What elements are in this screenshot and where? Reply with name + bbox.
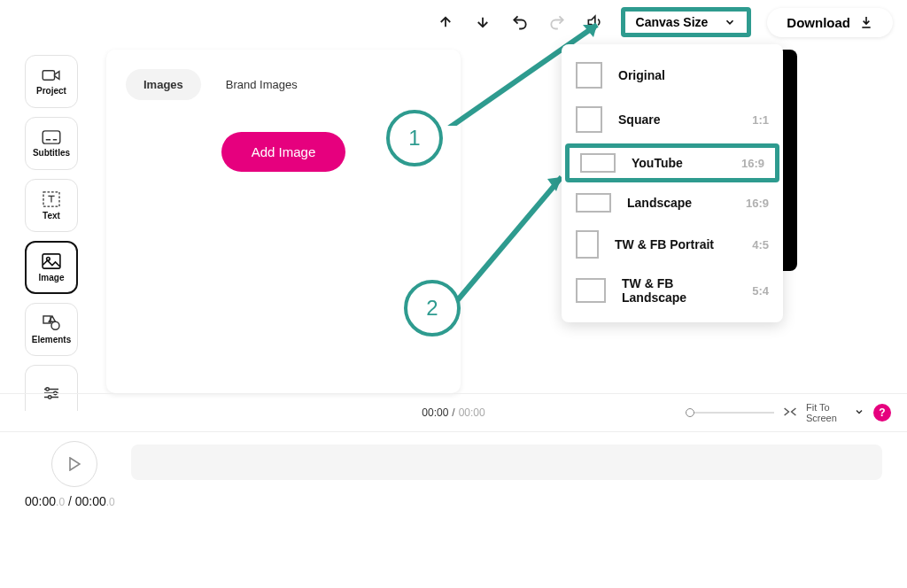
nav-label: Elements [32,335,71,344]
tab-images[interactable]: Images [126,69,201,100]
size-name: YouTube [632,156,725,170]
nav-label: Subtitles [33,148,70,158]
size-name: TW & FB Landscape [622,276,736,305]
timeline-time: 00:00.0 / 00:00.0 [25,494,115,508]
nav-project[interactable]: Project [25,55,78,108]
add-image-button[interactable]: Add Image [221,132,346,172]
size-ratio: 5:4 [752,284,769,298]
time-total: 00:00 [459,406,485,419]
time-current: 00:00 [422,406,448,419]
svg-rect-0 [43,70,54,80]
annotation-badge-2: 2 [404,280,461,337]
zoom-thumb[interactable] [686,408,694,417]
play-icon [68,457,81,471]
annotation-arrow-2 [450,170,574,312]
ratio-swatch-icon [580,153,616,173]
canvas-size-button[interactable]: Canvas Size [621,7,752,37]
ratio-swatch-icon [576,230,599,259]
text-icon [43,191,60,207]
svg-point-7 [46,387,50,391]
size-option-tw-fb-portrait[interactable]: TW & FB Portrait 4:5 [562,221,783,267]
annotation-badge-1: 1 [386,110,443,166]
size-option-tw-fb-landscape[interactable]: TW & FB Landscape 5:4 [562,267,783,313]
size-ratio: 16:9 [741,157,764,170]
zoom-slider[interactable] [686,412,774,414]
svg-rect-1 [43,130,60,143]
play-button[interactable] [51,441,97,487]
canvas-size-label: Canvas Size [636,15,709,29]
ratio-swatch-icon [576,193,611,213]
arrow-up-icon[interactable] [435,12,456,33]
download-button[interactable]: Download [767,8,893,37]
size-option-youtube[interactable]: YouTube 16:9 [565,143,779,182]
nav-image[interactable]: Image [25,241,78,294]
size-name: Original [618,68,753,82]
size-option-original[interactable]: Original [562,53,783,97]
svg-point-6 [51,321,59,329]
undo-icon[interactable] [509,12,531,33]
nav-label: Text [43,211,60,220]
download-label: Download [787,15,850,30]
image-icon [42,253,61,269]
download-icon [859,15,873,29]
size-ratio: 4:5 [752,238,769,251]
size-option-landscape[interactable]: Landscape 16:9 [562,184,783,221]
nav-text[interactable]: Text [25,179,78,232]
help-button[interactable]: ? [873,404,891,422]
time-sep: / [452,406,454,419]
nav-label: Project [36,86,66,96]
nav-label: Image [39,273,65,282]
ratio-swatch-icon [576,62,602,89]
svg-marker-11 [547,177,562,191]
nav-subtitles[interactable]: Subtitles [25,117,78,170]
collapse-icon[interactable] [783,406,797,420]
size-name: Landscape [627,196,730,210]
size-ratio: 1:1 [752,113,769,127]
subtitles-icon [42,130,61,144]
svg-rect-3 [43,253,60,267]
camera-icon [42,68,61,82]
canvas-size-dropdown: Original Square 1:1 YouTube 16:9 Landsca… [562,44,783,322]
ratio-swatch-icon [576,278,606,303]
tab-brand-images[interactable]: Brand Images [208,69,315,100]
shapes-icon [43,315,60,331]
ratio-swatch-icon [576,106,602,133]
timeline-track[interactable] [131,445,882,480]
size-name: Square [618,112,736,127]
volume-icon[interactable] [584,12,605,33]
nav-elements[interactable]: Elements [25,303,78,356]
size-ratio: 16:9 [746,197,769,210]
timeline: 00:00.0 / 00:00.0 [0,432,907,517]
size-option-square[interactable]: Square 1:1 [562,97,783,142]
size-name: TW & FB Portrait [615,237,736,251]
chevron-down-icon[interactable] [854,406,864,420]
chevron-down-icon [724,16,736,28]
fit-to-screen-label[interactable]: Fit To Screen [806,402,845,423]
status-bar: 00:00 / 00:00 Fit To Screen ? [0,393,907,432]
image-panel: Images Brand Images Add Image [106,50,461,393]
arrow-down-icon[interactable] [472,12,493,33]
redo-icon [547,12,568,33]
